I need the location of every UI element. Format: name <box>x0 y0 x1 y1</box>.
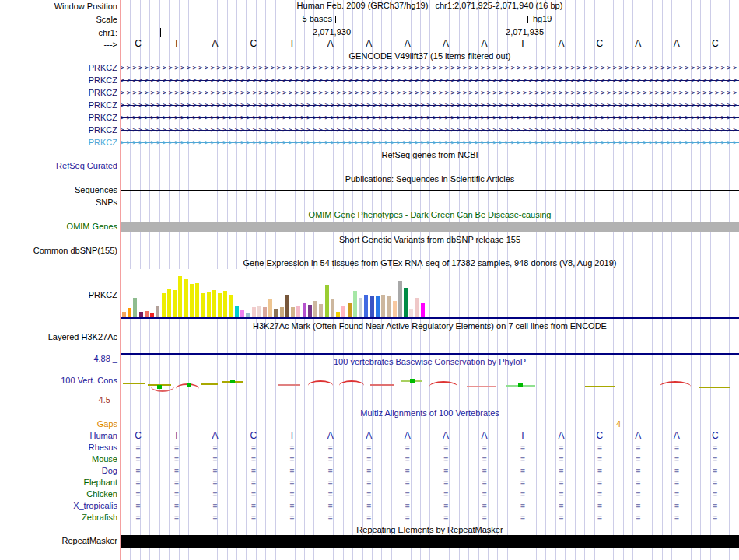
gtex-bar <box>128 308 131 317</box>
gene-row[interactable]: >>>>>>>>>>>>>>>>>>>>>>>>>>>>>>>>>>>>>>>>… <box>121 126 739 135</box>
alignment-row[interactable]: ================ <box>121 513 739 523</box>
gtex-bar <box>308 305 312 317</box>
scale-bar <box>335 16 528 23</box>
repeatmasker-bar[interactable] <box>121 535 739 548</box>
gene-label[interactable]: PRKCZ <box>0 125 117 135</box>
alignment-mark: = <box>284 466 299 476</box>
gene-label[interactable]: PRKCZ <box>0 63 117 73</box>
alignment-mark: = <box>592 489 608 499</box>
gtex-bar <box>313 301 317 317</box>
base-letter: A <box>323 39 338 49</box>
gtex-bar <box>387 296 391 317</box>
alignment-mark: = <box>669 513 685 523</box>
refseq-curated-label[interactable]: RefSeq Curated <box>0 161 117 171</box>
gtex-bar <box>145 311 149 317</box>
gene-label[interactable]: PRKCZ <box>0 88 117 98</box>
coordinate-tick <box>160 28 161 37</box>
gene-row[interactable]: >>>>>>>>>>>>>>>>>>>>>>>>>>>>>>>>>>>>>>>>… <box>121 138 739 147</box>
alignment-row[interactable]: ================ <box>121 454 739 464</box>
alignment-mark: = <box>246 454 261 464</box>
alignment-mark: = <box>284 489 299 499</box>
gene-strand-arrows: >>>>>>>>>>>>>>>>>>>>>>>>>>>>>>>>>>>>>>>>… <box>121 76 739 85</box>
alignment-row[interactable]: ================ <box>121 443 739 453</box>
alignment-row[interactable]: ================ <box>121 501 739 511</box>
alignment-mark: = <box>361 489 377 499</box>
gene-row[interactable]: >>>>>>>>>>>>>>>>>>>>>>>>>>>>>>>>>>>>>>>>… <box>121 89 739 97</box>
gene-row[interactable]: >>>>>>>>>>>>>>>>>>>>>>>>>>>>>>>>>>>>>>>>… <box>121 64 739 72</box>
human-base-letter: A <box>207 431 222 441</box>
species-label-chicken[interactable]: Chicken <box>0 489 117 499</box>
alignment-mark: = <box>553 489 569 499</box>
phylop-mark <box>467 386 496 387</box>
omim-genes-label[interactable]: OMIM Genes <box>0 222 117 232</box>
sequences-label[interactable]: Sequences <box>0 185 117 195</box>
alignment-mark: = <box>438 513 454 523</box>
gtex-bar <box>207 292 211 317</box>
gtex-bar <box>398 281 402 317</box>
phylop-max-label: 4.88 _ <box>0 354 117 364</box>
alignment-mark: = <box>669 489 685 499</box>
human-base-letter: T <box>515 431 531 441</box>
alignment-row[interactable]: ================ <box>121 478 739 488</box>
alignment-row[interactable]: ================ <box>121 489 739 499</box>
alignment-mark: = <box>669 443 685 453</box>
snps-label[interactable]: SNPs <box>0 198 117 208</box>
alignment-mark: = <box>400 513 415 523</box>
h3k27ac-baseline[interactable] <box>121 353 739 355</box>
gtex-track-title: Gene Expression in 54 tissues from GTEx … <box>121 258 739 268</box>
base-letter: C <box>707 39 723 49</box>
gene-row[interactable]: >>>>>>>>>>>>>>>>>>>>>>>>>>>>>>>>>>>>>>>>… <box>121 76 739 85</box>
gene-strand-arrows: >>>>>>>>>>>>>>>>>>>>>>>>>>>>>>>>>>>>>>>>… <box>121 126 739 135</box>
alignment-mark: = <box>284 443 299 453</box>
gene-label[interactable]: PRKCZ <box>0 138 117 148</box>
phylop-mark <box>339 380 364 386</box>
alignment-mark: = <box>207 513 222 523</box>
multiz-gaps-label[interactable]: Gaps <box>0 419 117 429</box>
sequences-line[interactable] <box>121 190 739 191</box>
base-letter: T <box>169 39 184 49</box>
gene-label[interactable]: PRKCZ <box>0 113 117 123</box>
common-dbsnp-label[interactable]: Common dbSNP(155) <box>0 246 117 256</box>
multiz-human-label[interactable]: Human <box>0 431 117 441</box>
alignment-mark: = <box>400 454 415 464</box>
h3k27ac-label[interactable]: Layered H3K27Ac <box>0 332 117 342</box>
gtex-bar <box>218 293 222 317</box>
gtex-bar <box>195 283 199 317</box>
species-label-rhesus[interactable]: Rhesus <box>0 443 117 453</box>
omim-genes-bar[interactable] <box>121 222 739 232</box>
alignment-mark: = <box>707 478 723 488</box>
alignment-mark: = <box>592 454 608 464</box>
gtex-bar <box>296 306 300 317</box>
alignment-mark: = <box>400 489 415 499</box>
repeatmasker-label[interactable]: RepeatMasker <box>0 536 117 546</box>
alignment-mark: = <box>592 478 608 488</box>
species-label-mouse[interactable]: Mouse <box>0 454 117 464</box>
phylop-mark <box>123 383 145 384</box>
phylop-mark <box>429 381 457 387</box>
gene-label[interactable]: PRKCZ <box>0 75 117 86</box>
gtex-gene-label[interactable]: PRKCZ <box>0 290 117 300</box>
gtex-bar <box>393 301 397 317</box>
alignment-mark: = <box>592 466 608 476</box>
phylop-label[interactable]: 100 Vert. Cons <box>0 376 117 386</box>
alignment-mark: = <box>515 489 531 499</box>
species-label-dog[interactable]: Dog <box>0 466 117 476</box>
alignment-row[interactable]: ================ <box>121 466 739 476</box>
alignment-mark: = <box>669 466 685 476</box>
species-label-elephant[interactable]: Elephant <box>0 478 117 488</box>
refseq-curated-line[interactable] <box>121 166 739 166</box>
human-base-letter: A <box>669 431 685 441</box>
gene-row[interactable]: >>>>>>>>>>>>>>>>>>>>>>>>>>>>>>>>>>>>>>>>… <box>121 114 739 122</box>
gtex-bar <box>263 307 267 317</box>
species-label-zebrafish[interactable]: Zebrafish <box>0 513 117 523</box>
alignment-mark: = <box>553 501 569 511</box>
species-label-x_tropicalis[interactable]: X_tropicalis <box>0 501 117 511</box>
gene-label[interactable]: PRKCZ <box>0 100 117 110</box>
alignment-mark: = <box>246 513 261 523</box>
alignment-mark: = <box>669 501 685 511</box>
gtex-bar <box>341 306 345 317</box>
alignment-mark: = <box>553 443 569 453</box>
gene-row[interactable]: >>>>>>>>>>>>>>>>>>>>>>>>>>>>>>>>>>>>>>>>… <box>121 101 739 110</box>
gtex-expression-chart[interactable] <box>121 269 426 317</box>
gtex-bar <box>421 303 425 317</box>
